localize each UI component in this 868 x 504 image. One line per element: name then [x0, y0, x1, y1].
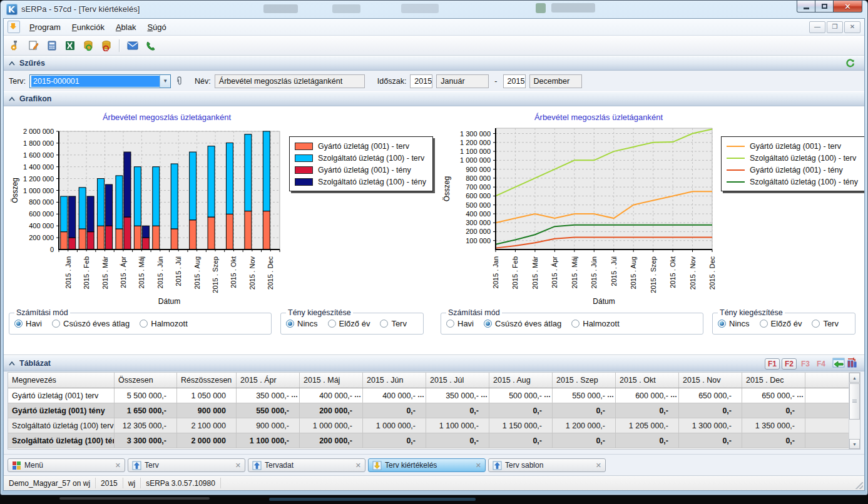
- mdi-close-button[interactable]: ✕: [844, 21, 860, 33]
- table-cell[interactable]: 350 000,-…: [426, 388, 489, 403]
- menu-item-ablak[interactable]: Ablak: [110, 21, 142, 34]
- radio-icon[interactable]: [140, 320, 148, 328]
- radio-selected-icon[interactable]: [14, 320, 23, 328]
- table-cell[interactable]: 500 000,-…: [489, 388, 553, 403]
- table-cell[interactable]: 0,-: [363, 433, 426, 448]
- table-row[interactable]: Gyártó üzletág (001) terv5 500 000,-1 05…: [8, 388, 849, 403]
- table-cell[interactable]: 550 000,-…: [553, 388, 616, 403]
- section-header-szures[interactable]: Szűrés: [4, 56, 864, 71]
- table-cell[interactable]: 650 000,-: [679, 388, 742, 403]
- scroll-up-icon[interactable]: ▲: [849, 373, 860, 383]
- section-header-grafikon[interactable]: Grafikon: [4, 91, 864, 106]
- cell-ellipsis-icon[interactable]: …: [354, 391, 361, 398]
- table-cell[interactable]: 0,-: [363, 403, 426, 418]
- table-cell[interactable]: 2 000 000: [177, 433, 237, 448]
- table-cell[interactable]: 0,-: [553, 433, 616, 448]
- year-from-field[interactable]: 2015: [410, 74, 432, 88]
- table-cell[interactable]: 1 050 000: [177, 388, 237, 403]
- radio-option[interactable]: Halmozott: [571, 319, 620, 328]
- cell-ellipsis-icon[interactable]: …: [481, 391, 488, 398]
- column-header[interactable]: Részösszesen: [177, 373, 237, 388]
- table-cell[interactable]: 1 000 000,-: [363, 418, 426, 433]
- table-cell[interactable]: 600 000,-…: [616, 388, 679, 403]
- radio-selected-icon[interactable]: [718, 320, 726, 328]
- menu-item-súgó[interactable]: Súgó: [141, 21, 171, 34]
- table-cell[interactable]: 0,-: [742, 403, 805, 418]
- refresh-icon[interactable]: [845, 58, 855, 71]
- cell-ellipsis-icon[interactable]: …: [670, 391, 677, 398]
- section-header-tablazat[interactable]: Táblázat F1F2F3F4: [4, 355, 864, 371]
- mdi-restore-button[interactable]: ❐: [827, 21, 843, 33]
- column-header[interactable]: Megnevezés: [8, 373, 115, 388]
- bar-chart[interactable]: 200 000400 000600 000800 0001 000 0001 2…: [9, 122, 287, 307]
- table-cell[interactable]: 1 650 000,-: [115, 403, 177, 418]
- table-cell[interactable]: 400 000,-…: [363, 388, 426, 403]
- table-cell[interactable]: 1 350 000,-: [742, 418, 805, 433]
- radio-option[interactable]: Előző év: [328, 319, 370, 328]
- vertical-scrollbar[interactable]: ▲ ▼: [849, 373, 860, 449]
- column-header[interactable]: 2015 . Dec: [742, 373, 805, 388]
- column-header[interactable]: 2015 . Jún: [363, 373, 426, 388]
- menu-item-program[interactable]: Program: [24, 21, 66, 34]
- radio-option[interactable]: Terv: [812, 319, 839, 328]
- cell-ellipsis-icon[interactable]: …: [797, 391, 804, 398]
- table-cell[interactable]: 0,-: [426, 433, 489, 448]
- table-cell[interactable]: 0,-: [679, 403, 742, 418]
- mdi-child-icon[interactable]: [8, 21, 20, 33]
- calculator-icon[interactable]: [44, 38, 60, 53]
- radio-option[interactable]: Halmozott: [140, 319, 188, 328]
- menu-item-funkciók[interactable]: Funkciók: [66, 21, 110, 34]
- radio-selected-icon[interactable]: [286, 320, 294, 328]
- mdi-minimize-button[interactable]: —: [809, 21, 825, 33]
- table-cell[interactable]: 400 000,-…: [300, 388, 363, 403]
- table-cell[interactable]: 2 100 000: [177, 418, 237, 433]
- mail-icon[interactable]: [125, 38, 141, 53]
- function-key-button-f1[interactable]: F1: [765, 358, 780, 370]
- table-cell[interactable]: 3 300 000,-: [115, 433, 177, 448]
- radio-option[interactable]: Havi: [446, 319, 474, 328]
- table-cell[interactable]: 0,-: [489, 403, 553, 418]
- function-key-button-f3[interactable]: F3: [799, 359, 812, 369]
- radio-icon[interactable]: [380, 320, 388, 328]
- radio-option[interactable]: Nincs: [286, 319, 318, 328]
- column-header[interactable]: 2015 . Júl: [426, 373, 489, 388]
- tab-close-icon[interactable]: ✕: [596, 462, 601, 469]
- scrollbar-thumb[interactable]: [849, 383, 860, 420]
- edit-document-icon[interactable]: [26, 38, 42, 53]
- export-back-icon[interactable]: [832, 358, 845, 370]
- column-header[interactable]: 2015 . Máj: [300, 373, 363, 388]
- radio-icon[interactable]: [812, 320, 820, 328]
- column-header[interactable]: 2015 . Aug: [489, 373, 553, 388]
- table-cell[interactable]: 1 150 000,-: [489, 418, 553, 433]
- table-row[interactable]: Gyártó üzletág (001) tény1 650 000,-900 …: [8, 403, 849, 418]
- radio-option[interactable]: Előző év: [760, 319, 802, 328]
- radio-icon[interactable]: [52, 320, 60, 328]
- excel-icon[interactable]: [62, 38, 78, 53]
- database-undo-icon[interactable]: [98, 38, 115, 53]
- line-chart[interactable]: 100 000200 000300 000400 000500 000600 0…: [441, 122, 719, 307]
- titlebar[interactable]: sERPa - 57cd - [Terv kiértékelés] ✕: [1, 1, 867, 18]
- table-cell[interactable]: Szolgáltató üzletág (100) tény: [8, 433, 115, 448]
- table-cell[interactable]: 0,-: [742, 433, 805, 448]
- resize-grip[interactable]: [855, 481, 863, 489]
- table-cell[interactable]: 1 000 000,-: [300, 418, 363, 433]
- tab-close-icon[interactable]: ✕: [235, 462, 241, 469]
- table-cell[interactable]: 0,-: [426, 403, 489, 418]
- radio-option[interactable]: Nincs: [718, 319, 750, 328]
- cell-ellipsis-icon[interactable]: …: [544, 391, 551, 398]
- function-key-button-f2[interactable]: F2: [782, 358, 797, 370]
- radio-icon[interactable]: [760, 320, 768, 328]
- table-cell[interactable]: Gyártó üzletág (001) terv: [8, 388, 115, 403]
- table-cell[interactable]: 650 000,-…: [742, 388, 805, 403]
- table-cell[interactable]: 5 500 000,-: [115, 388, 177, 403]
- tab-tervadat[interactable]: Tervadat✕: [248, 458, 365, 472]
- tab-terv-sablon[interactable]: Terv sablon✕: [488, 458, 606, 472]
- table-cell[interactable]: 0,-: [553, 403, 616, 418]
- column-header[interactable]: 2015 . Szep: [553, 373, 616, 388]
- function-key-button-f4[interactable]: F4: [814, 359, 828, 369]
- table-cell[interactable]: Gyártó üzletág (001) tény: [8, 403, 115, 418]
- scroll-down-icon[interactable]: ▼: [849, 439, 860, 449]
- table-cell[interactable]: 900 000: [177, 403, 237, 418]
- table-cell[interactable]: Szolgáltató üzletág (100) terv: [8, 418, 115, 433]
- phone-icon[interactable]: [143, 38, 159, 53]
